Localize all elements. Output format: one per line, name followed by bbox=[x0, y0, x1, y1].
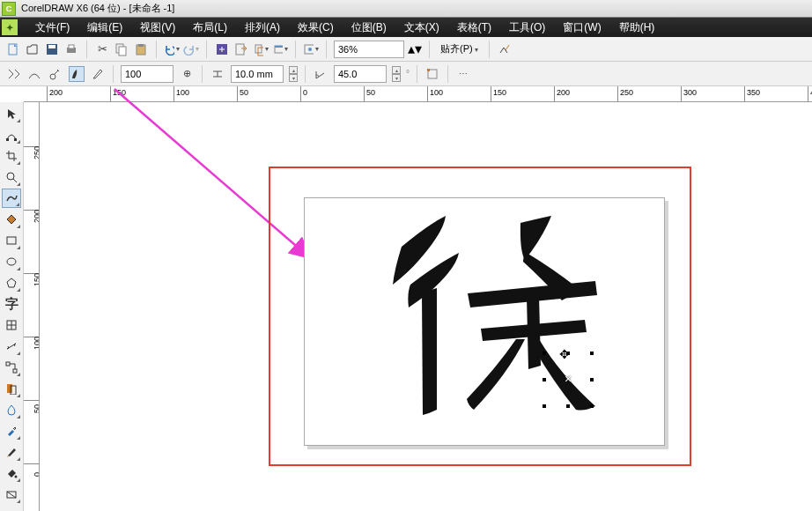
open-icon[interactable] bbox=[25, 41, 41, 57]
freehand-smoothing-input[interactable] bbox=[121, 65, 173, 83]
copy-icon[interactable] bbox=[114, 41, 129, 57]
svg-rect-21 bbox=[14, 138, 17, 141]
polygon-tool-icon[interactable] bbox=[2, 273, 21, 293]
menu-edit[interactable]: 编辑(E) bbox=[78, 20, 131, 35]
window-title: CorelDRAW X6 (64 位) - [未命名 -1] bbox=[21, 2, 174, 15]
zoom-tool-icon[interactable] bbox=[2, 167, 21, 187]
save-icon[interactable] bbox=[44, 41, 60, 57]
quick-customize-icon[interactable]: ⋯ bbox=[455, 66, 471, 82]
menu-table[interactable]: 表格(T) bbox=[448, 20, 500, 35]
width-down[interactable]: ▾ bbox=[289, 74, 298, 82]
sprayer-mode-icon[interactable] bbox=[48, 66, 63, 82]
snap-to-button[interactable]: 贴齐(P) bbox=[437, 42, 482, 56]
freehand-tool-icon[interactable] bbox=[2, 189, 21, 208]
svg-point-16 bbox=[308, 48, 312, 51]
smoothing-slider-icon[interactable]: ⊕ bbox=[179, 66, 195, 82]
cut-icon[interactable]: ✂ bbox=[94, 41, 110, 57]
toolbox: 字 bbox=[0, 102, 24, 511]
export-icon[interactable] bbox=[233, 41, 249, 57]
options-icon[interactable] bbox=[497, 41, 513, 57]
zoom-level-input[interactable] bbox=[334, 41, 404, 58]
welcome-icon[interactable] bbox=[303, 41, 319, 57]
property-bar: ⊕ ▴▾ ▴▾ ° ⋯ bbox=[0, 62, 812, 86]
svg-rect-6 bbox=[119, 47, 126, 56]
interactive-fill-tool-icon[interactable] bbox=[2, 485, 21, 504]
svg-point-24 bbox=[7, 258, 16, 265]
svg-rect-26 bbox=[6, 362, 10, 366]
launch-icon[interactable] bbox=[272, 41, 288, 57]
connector-tool-icon[interactable] bbox=[2, 358, 21, 377]
table-tool-icon[interactable] bbox=[2, 315, 21, 335]
menu-bar: ✦ 文件(F) 编辑(E) 视图(V) 布局(L) 排列(A) 效果(C) 位图… bbox=[0, 18, 812, 37]
paste-icon[interactable] bbox=[133, 41, 149, 57]
print-icon[interactable] bbox=[63, 41, 79, 57]
svg-rect-2 bbox=[48, 45, 55, 48]
shape-tool-icon[interactable] bbox=[2, 125, 21, 144]
menu-arrange[interactable]: 排列(A) bbox=[236, 20, 289, 35]
menu-view[interactable]: 视图(V) bbox=[131, 20, 184, 35]
angle-up[interactable]: ▴ bbox=[392, 66, 401, 74]
pick-tool-icon[interactable] bbox=[2, 104, 21, 123]
publish-icon[interactable] bbox=[253, 41, 269, 57]
svg-point-30 bbox=[15, 476, 18, 478]
svg-rect-12 bbox=[258, 48, 263, 56]
calligraphic-mode-icon[interactable] bbox=[69, 66, 85, 82]
move-cursor-icon: ✥ bbox=[559, 347, 570, 361]
menu-bitmaps[interactable]: 位图(B) bbox=[343, 20, 395, 35]
ellipse-tool-icon[interactable] bbox=[2, 252, 21, 271]
drawing-canvas[interactable]: ✥ × bbox=[40, 102, 812, 511]
crop-tool-icon[interactable] bbox=[2, 146, 21, 166]
angle-icon bbox=[313, 66, 328, 82]
menu-text[interactable]: 文本(X) bbox=[395, 20, 448, 35]
menu-tools[interactable]: 工具(O) bbox=[500, 20, 554, 35]
menu-help[interactable]: 帮助(H) bbox=[610, 20, 664, 35]
svg-rect-8 bbox=[138, 44, 144, 47]
standard-toolbar: ✂ ▴▾ 贴齐(P) bbox=[0, 37, 812, 62]
bounding-box-icon[interactable] bbox=[424, 66, 440, 82]
transparency-tool-icon[interactable] bbox=[2, 400, 21, 419]
artwork-calligraphy bbox=[305, 198, 666, 447]
preset-mode-icon[interactable] bbox=[5, 66, 21, 82]
text-tool-icon[interactable]: 字 bbox=[2, 294, 21, 314]
width-icon bbox=[210, 66, 225, 82]
undo-icon[interactable] bbox=[164, 41, 180, 57]
smart-fill-tool-icon[interactable] bbox=[2, 210, 21, 229]
width-up[interactable]: ▴ bbox=[289, 66, 298, 74]
svg-rect-14 bbox=[275, 46, 283, 48]
calligraphic-angle-input[interactable] bbox=[334, 65, 387, 83]
menu-file[interactable]: 文件(F) bbox=[26, 20, 78, 35]
svg-rect-10 bbox=[236, 44, 244, 55]
svg-rect-23 bbox=[7, 237, 16, 244]
menu-effects[interactable]: 效果(C) bbox=[289, 20, 343, 35]
redo-icon[interactable] bbox=[183, 41, 199, 57]
interactive-tool-icon[interactable] bbox=[2, 379, 21, 398]
menu-layout[interactable]: 布局(L) bbox=[184, 20, 236, 35]
svg-point-17 bbox=[50, 74, 55, 79]
import-icon[interactable] bbox=[214, 41, 230, 57]
app-menu-icon[interactable]: ✦ bbox=[2, 19, 18, 35]
svg-rect-27 bbox=[13, 369, 17, 373]
new-icon[interactable] bbox=[5, 41, 21, 57]
svg-rect-19 bbox=[427, 69, 430, 71]
brush-mode-icon[interactable] bbox=[26, 66, 42, 82]
fill-tool-icon[interactable] bbox=[2, 463, 21, 483]
pressure-mode-icon[interactable] bbox=[90, 66, 106, 82]
svg-rect-20 bbox=[6, 138, 9, 141]
angle-down[interactable]: ▾ bbox=[392, 74, 401, 82]
horizontal-ruler: 200 150 100 50 0 50 100 150 200 250 300 … bbox=[24, 86, 812, 102]
eyedropper-tool-icon[interactable] bbox=[2, 421, 21, 441]
menu-window[interactable]: 窗口(W) bbox=[554, 20, 609, 35]
outline-tool-icon[interactable] bbox=[2, 442, 21, 462]
document-page bbox=[304, 197, 665, 446]
svg-point-22 bbox=[7, 173, 14, 180]
center-marker-icon: × bbox=[565, 372, 572, 386]
svg-rect-4 bbox=[69, 45, 74, 48]
vertical-ruler: 250 200 150 100 50 0 bbox=[24, 102, 40, 511]
dimension-tool-icon[interactable] bbox=[2, 337, 21, 356]
stroke-width-input[interactable] bbox=[231, 65, 284, 83]
app-logo: C bbox=[2, 2, 16, 16]
rectangle-tool-icon[interactable] bbox=[2, 231, 21, 250]
